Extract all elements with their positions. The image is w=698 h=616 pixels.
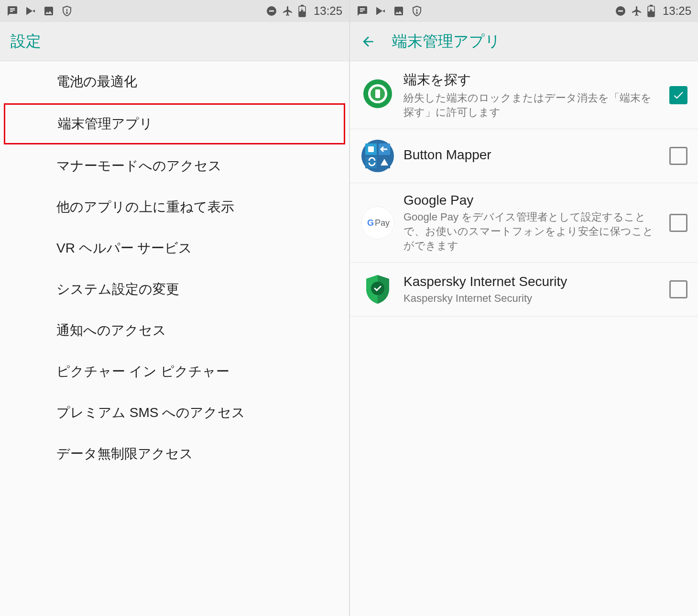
admin-app-list[interactable]: 端末を探す 紛失した端末のロックまたはデータ消去を「端末を探す」に許可します B… [350,61,698,616]
list-item-label: プレミアム SMS へのアクセス [56,404,245,422]
list-item-label: 端末管理アプリ [58,115,153,133]
admin-app-title: Button Mapper [404,147,661,163]
svg-rect-17 [375,89,380,98]
list-item-draw-over[interactable]: 他のアプリの上に重ねて表示 [0,187,349,228]
check-icon [672,89,685,101]
list-item-label: 電池の最適化 [56,73,137,91]
google-pay-icon: GPay [360,206,395,240]
checkbox[interactable] [669,214,687,232]
play-store-icon [25,5,36,17]
svg-rect-12 [650,5,653,6]
page-title: 設定 [11,31,41,52]
checkbox[interactable] [669,147,687,165]
battery-charging-icon [647,5,655,17]
admin-app-desc: Kaspersky Internet Security [404,291,661,306]
admin-app-desc: 紛失した端末のロックまたはデータ消去を「端末を探す」に許可します [404,91,661,119]
shield-alert-icon [61,5,73,17]
svg-text:Pay: Pay [375,218,390,228]
list-item-label: ピクチャー イン ピクチャー [56,363,229,381]
page-title: 端末管理アプリ [392,31,501,52]
admin-app-find-device[interactable]: 端末を探す 紛失した端末のロックまたはデータ消去を「端末を探す」に許可します [350,61,698,129]
svg-text:G: G [367,218,374,228]
list-item-pip[interactable]: ピクチャー イン ピクチャー [0,351,349,392]
list-item-label: システム設定の変更 [56,280,179,298]
arrow-back-icon [360,34,376,49]
app-bar: 設定 [0,22,349,61]
svg-point-1 [66,12,67,13]
status-time: 13:25 [663,4,691,18]
checkbox[interactable] [669,86,687,104]
back-button[interactable] [360,34,376,49]
status-time: 13:25 [314,4,342,18]
list-item-notification-access[interactable]: 通知へのアクセス [0,310,349,351]
airplane-icon [631,5,643,17]
list-item-label: VR ヘルパー サービス [56,239,192,257]
dnd-icon [266,5,277,17]
list-item-label: 他のアプリの上に重ねて表示 [56,198,234,216]
svg-rect-10 [618,11,623,12]
status-bar: 13:25 [350,0,698,22]
chat-icon [7,5,18,17]
admin-app-button-mapper[interactable]: Button Mapper [350,129,698,183]
svg-rect-5 [301,5,304,6]
checkbox[interactable] [669,280,687,298]
button-mapper-icon [360,139,395,173]
admin-app-title: Kaspersky Internet Security [404,274,661,289]
list-item-device-admin-apps[interactable]: 端末管理アプリ [4,103,345,144]
list-item-vr-helper[interactable]: VR ヘルパー サービス [0,228,349,269]
chat-icon [357,5,368,17]
admin-app-desc: Google Pay をデバイス管理者として設定することで、お使いのスマートフォ… [404,210,661,253]
kaspersky-icon [360,272,395,307]
screen-settings: 13:25 設定 電池の最適化 端末管理アプリ マナーモードへのアクセス 他のア… [0,0,349,616]
svg-point-8 [416,12,417,13]
status-bar: 13:25 [0,0,349,22]
image-icon [43,5,55,17]
list-item-label: マナーモードへのアクセス [56,157,222,175]
image-icon [393,5,404,17]
play-store-icon [375,5,386,17]
screen-device-admin: 13:25 端末管理アプリ 端末を探す 紛失した端末のロックまたはデータ消去を「… [349,0,698,616]
list-item-label: 通知へのアクセス [56,321,166,340]
shield-alert-icon [411,5,423,17]
find-device-icon [360,78,395,112]
settings-list[interactable]: 電池の最適化 端末管理アプリ マナーモードへのアクセス 他のアプリの上に重ねて表… [0,61,349,616]
admin-app-title: 端末を探す [404,71,661,89]
list-item-modify-settings[interactable]: システム設定の変更 [0,269,349,310]
admin-app-title: Google Pay [404,193,661,208]
battery-charging-icon [298,5,306,17]
list-item-dnd-access[interactable]: マナーモードへのアクセス [0,145,349,187]
svg-rect-3 [269,11,274,12]
list-item-battery-optimization[interactable]: 電池の最適化 [0,61,349,102]
list-item-label: データ無制限アクセス [56,445,193,463]
list-item-premium-sms[interactable]: プレミアム SMS へのアクセス [0,392,349,433]
app-bar: 端末管理アプリ [350,22,698,61]
admin-app-kaspersky[interactable]: Kaspersky Internet Security Kaspersky In… [350,263,698,317]
admin-app-google-pay[interactable]: GPay Google Pay Google Pay をデバイス管理者として設定… [350,183,698,263]
dnd-icon [615,5,626,17]
list-item-unlimited-data[interactable]: データ無制限アクセス [0,433,349,474]
airplane-icon [282,5,294,17]
svg-rect-23 [368,146,374,152]
